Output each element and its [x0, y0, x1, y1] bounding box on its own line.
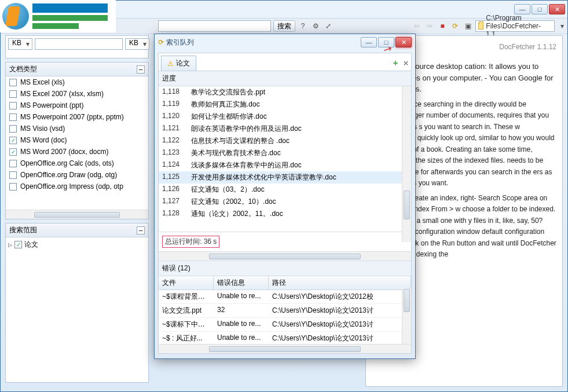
progress-row[interactable]: 1,127征文通知（2002。10）.doc: [159, 196, 411, 208]
panel-minimize-icon[interactable]: –: [137, 65, 145, 74]
minimize-button[interactable]: —: [514, 4, 530, 14]
type-checkbox[interactable]: [9, 102, 17, 109]
size-panel: KB KB: [5, 35, 149, 58]
row-filename: 征文通知（2002。10）.doc: [191, 197, 276, 207]
scope-tree-item[interactable]: ▷ ✓ 论文: [8, 240, 146, 250]
dialog-minimize-button[interactable]: —: [361, 37, 377, 47]
error-row[interactable]: ~$ : 风正好...Unable to re...C:\Users\Y\Des…: [159, 332, 411, 344]
err-path: C:\Users\Y\Desktop\论文\2013讨: [269, 304, 411, 318]
error-row[interactable]: ~$课标下中学...Unable to re...C:\Users\Y\Desk…: [159, 318, 411, 332]
gear-icon[interactable]: ⚙: [310, 21, 321, 31]
errors-hscroll[interactable]: [159, 344, 411, 353]
err-path: C:\Users\Y\Desktop\论文\2013讨: [269, 332, 411, 344]
row-filename: 浅谈多媒体在体育教学中的运用.doc: [191, 160, 302, 170]
progress-row[interactable]: 1,122信息技术与语文课程的整合 .doc: [159, 135, 411, 147]
dialog-titlebar: ⟳索引队列 — □ ✕: [155, 34, 415, 50]
col-path[interactable]: 路径: [269, 276, 411, 290]
type-item[interactable]: MS Powerpoint (ppt): [6, 100, 148, 111]
type-label: MS Powerpoint (ppt): [20, 101, 83, 109]
queue-icon: ⟳: [158, 38, 164, 46]
progress-row[interactable]: 1,120如何让学生都听你讲.doc: [159, 111, 411, 123]
type-item[interactable]: MS Excel 2007 (xlsx, xlsm): [6, 88, 148, 100]
total-runtime: 总运行时间: 36 s: [162, 236, 219, 248]
col-info[interactable]: 错误信息: [214, 276, 269, 290]
type-item[interactable]: ✓MS Word (doc): [6, 134, 148, 146]
stop-icon[interactable]: ■: [437, 21, 448, 31]
size-unit-a[interactable]: KB: [8, 38, 32, 50]
types-panel: 文档类型 – MS Excel (xls)MS Excel 2007 (xlsx…: [5, 62, 149, 219]
panel-minimize-icon[interactable]: –: [137, 226, 145, 235]
type-label: MS Excel 2007 (xlsx, xlsm): [20, 90, 104, 98]
scope-checkbox[interactable]: ✓: [14, 241, 22, 248]
progress-row[interactable]: 1,124 浅谈多媒体在体育教学中的运用.doc: [159, 159, 411, 171]
dropdown-icon[interactable]: ▾: [557, 21, 567, 31]
row-filename: 朗读在英语教学中的作用及运用.doc: [191, 124, 302, 134]
tree-expand-icon[interactable]: ▷: [8, 242, 12, 248]
row-filename: 教师如何真正实施.doc: [191, 100, 260, 109]
progress-row[interactable]: 1,126征文通知（03。2）.doc: [159, 184, 411, 196]
back-icon[interactable]: ⇦: [412, 21, 422, 31]
type-item[interactable]: MS Visio (vsd): [6, 123, 148, 134]
type-checkbox[interactable]: [9, 171, 17, 179]
dialog-close-button[interactable]: ✕: [395, 37, 412, 47]
type-checkbox[interactable]: [9, 183, 17, 190]
type-item[interactable]: MS Powerpoint 2007 (pptx, pptm): [6, 111, 148, 123]
row-filename: 教学论文交流报告会.ppt: [191, 87, 265, 97]
progress-row[interactable]: 1,121朗读在英语教学中的作用及运用.doc: [159, 123, 411, 135]
row-number: 1,118: [162, 87, 188, 97]
close-button[interactable]: ✕: [549, 4, 565, 14]
type-checkbox[interactable]: ✓: [9, 148, 17, 156]
type-checkbox[interactable]: [9, 125, 17, 133]
tab-lunwen[interactable]: ⚠ 论文: [161, 56, 196, 71]
row-number: 1,125: [162, 173, 188, 182]
errors-table: 文件 错误信息 路径 ~$课程背景下...Unable to re...C:\U…: [159, 276, 411, 344]
help-icon[interactable]: ?: [298, 21, 308, 31]
progress-label: 进度: [159, 71, 411, 86]
row-number: 1,120: [162, 112, 188, 122]
type-label: OpenOffice.org Calc (ods, ots): [20, 159, 114, 167]
search-button[interactable]: 搜索: [273, 20, 295, 32]
progress-row[interactable]: 1,118教学论文交流报告会.ppt: [159, 86, 411, 98]
search-input[interactable]: [158, 20, 271, 32]
type-item[interactable]: OpenOffice.org Impress (odp, otp: [6, 181, 148, 192]
size-unit-b[interactable]: KB: [125, 38, 149, 50]
err-file: ~$课程背景下...: [159, 290, 214, 304]
type-label: MS Powerpoint 2007 (pptx, pptm): [20, 113, 124, 121]
type-item[interactable]: OpenOffice.org Calc (ods, ots): [6, 157, 148, 169]
type-item[interactable]: MS Excel (xls): [6, 76, 148, 88]
progress-hscroll[interactable]: [159, 251, 411, 261]
dialog-maximize-button[interactable]: □: [378, 37, 394, 47]
error-row[interactable]: 论文交流.ppt32C:\Users\Y\Desktop\论文\2013讨: [159, 304, 411, 318]
path-text: C:\Program Files\DocFetcher-1.1...: [486, 14, 552, 38]
type-checkbox[interactable]: [9, 113, 17, 121]
errors-vscroll[interactable]: [402, 289, 411, 344]
type-item[interactable]: OpenOffice.org Draw (odg, otg): [6, 169, 148, 181]
maximize-button[interactable]: □: [532, 4, 548, 14]
forward-icon[interactable]: ⇨: [424, 21, 435, 31]
type-checkbox[interactable]: ✓: [9, 137, 17, 144]
progress-row[interactable]: 1,123美术与现代教育技术整合.doc: [159, 147, 411, 159]
row-number: 1,126: [162, 185, 188, 195]
close-tab-icon[interactable]: ⤫: [403, 59, 409, 67]
type-checkbox[interactable]: [9, 79, 17, 86]
error-row[interactable]: ~$课程背景下...Unable to re...C:\Users\Y\Desk…: [159, 290, 411, 304]
progress-vscroll[interactable]: [402, 86, 411, 242]
err-path: C:\Users\Y\Desktop\论文\2013讨: [269, 318, 411, 332]
refresh-icon[interactable]: ⟳: [450, 21, 460, 31]
types-hscroll[interactable]: [6, 210, 148, 219]
progress-row[interactable]: 1,119教师如何真正实施.doc: [159, 98, 411, 111]
progress-row[interactable]: 1,128通知（论文）2002。11。.doc: [159, 208, 411, 220]
add-tab-icon[interactable]: ＋: [391, 58, 400, 68]
open-external-icon[interactable]: ▣: [463, 21, 473, 31]
col-file[interactable]: 文件: [159, 276, 214, 290]
scope-title: 搜索范围: [9, 225, 37, 235]
type-item[interactable]: ✓MS Word 2007 (docx, docm): [6, 146, 148, 157]
progress-row[interactable]: 1,125 开发使用多媒体技术优化中学英语课堂教学.doc: [159, 171, 411, 184]
dialog-tabs: ⚠ 论文 ＋ ⤫: [158, 53, 412, 71]
path-field[interactable]: C:\Program Files\DocFetcher-1.1...: [475, 20, 555, 32]
row-number: 1,119: [162, 100, 188, 109]
type-checkbox[interactable]: [9, 160, 17, 167]
type-checkbox[interactable]: [9, 90, 17, 98]
expand-icon[interactable]: ⤢: [323, 21, 334, 31]
size-max-input[interactable]: [35, 38, 123, 50]
